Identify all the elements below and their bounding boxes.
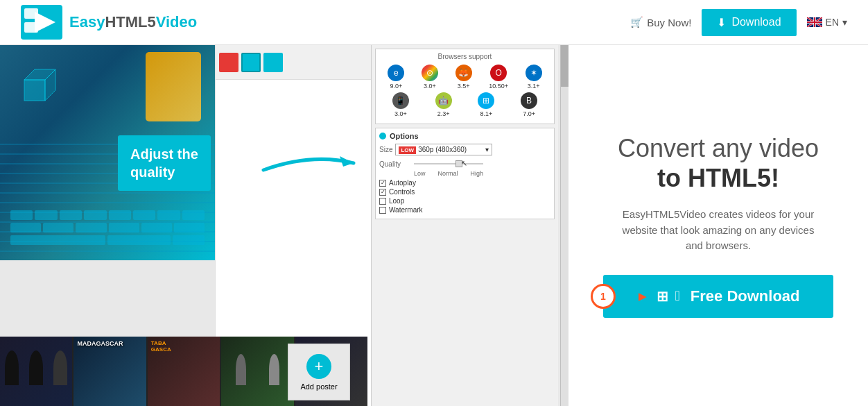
header-download-label: Download [731,16,781,28]
controls-label: Controls [389,188,415,196]
cart-icon: 🛒 [630,16,643,28]
watermark-label: Watermark [389,206,423,214]
free-download-label: Free Download [691,287,800,305]
browser-chrome: ⊙ 3.0+ [422,65,438,90]
svg-rect-3 [24,22,38,33]
badge-arrow-icon: ▶ [639,291,646,302]
svg-rect-2 [24,8,38,19]
browsers-row-1: e 9.0+ ⊙ 3.0+ 🦊 3.5+ O [379,65,550,90]
lang-chevron-icon: ▾ [842,17,847,28]
app-screenshot: Adjust the quality [0,45,568,406]
quality-slider[interactable]: ↖ [414,159,483,169]
logo-easy: Easy [69,13,105,31]
options-header: Options [379,132,550,140]
svg-rect-5 [24,80,45,101]
controls-checkbox[interactable]: ✓ [379,189,386,196]
browser-safari: ✶ 3.1+ [526,65,542,90]
add-poster-button[interactable]: + Add poster [288,344,350,400]
browser-android: 🤖 2.3+ [435,92,452,117]
options-label: Options [390,132,419,140]
badge-number: 1 [591,284,616,309]
size-select-row: Size LOW360p (480x360) ▾ [379,144,550,155]
options-section: Options Size LOW360p (480x360) ▾ Quality [375,128,555,219]
header: EasyHTML5Video 🛒 Buy Now! ⬇ Download EN … [0,0,868,45]
autoplay-checkbox[interactable]: ✓ [379,180,386,187]
autoplay-row: ✓ Autoplay [379,179,550,187]
quality-row: Quality ↖ [379,159,550,169]
buy-now-label: Buy Now! [647,17,691,28]
annotation-box: Adjust the quality [118,135,211,191]
marketing-heading: Convert any video to HTML5! [603,133,833,193]
film-frame-1 [0,337,72,406]
quality-label: Quality [379,160,414,168]
browser-ie: e 9.0+ [388,65,404,90]
scrollbar-thumb[interactable] [561,45,568,87]
cursor-icon: ↖ [461,159,467,168]
logo-icon [21,5,62,40]
loop-row: Loop [379,197,550,205]
browsers-row-2: 📱 3.0+ 🤖 2.3+ ⊞ 8.1+ B [379,92,550,117]
app-right-panel: Browsers support e 9.0+ ⊙ 3.0+ 🦊 3.5+ [371,45,558,406]
windows-icon: ⊞ [657,288,668,305]
autoplay-label: Autoplay [389,179,416,187]
browser-firefox: 🦊 3.5+ [455,65,472,90]
film-frame-4 [221,337,293,406]
size-dropdown[interactable]: LOW360p (480x360) ▾ [395,144,492,155]
browser-mobile: 📱 3.0+ [392,92,409,117]
flag-icon [807,17,822,27]
browser-bb: B 7.0+ [521,92,537,117]
quality-track [414,163,483,164]
dropdown-arrow: ▾ [485,146,489,153]
browser-windows: ⊞ 8.1+ [478,92,494,117]
controls-row: ✓ Controls [379,188,550,196]
browsers-title: Browsers support [379,53,550,60]
main-content: Adjust the quality [0,45,868,406]
add-poster-label: Add poster [300,382,337,391]
loop-checkbox[interactable] [379,198,386,205]
size-label: Size [379,146,392,153]
marketing-section: Convert any video to HTML5! EasyHTML5Vid… [568,45,868,406]
heading-line1: Convert any video [618,134,819,162]
watermark-row: Watermark [379,206,550,214]
film-label: MADAGASCAR [73,337,146,350]
film-frame-2: MADAGASCAR [73,337,146,406]
header-right: 🛒 Buy Now! ⬇ Download EN ▾ [630,9,847,36]
free-download-button[interactable]: 1 ▶ ⊞  Free Download [603,275,833,318]
browsers-support: Browsers support e 9.0+ ⊙ 3.0+ 🦊 3.5+ [375,49,555,124]
watermark-checkbox[interactable] [379,207,386,214]
marketing-description: EasyHTML5Video creates videos for your w… [603,207,833,254]
heading-line2: to HTML5! [657,164,779,192]
annotation-arrow [257,146,367,183]
quality-labels: Low Normal High [414,170,483,177]
annotation-line1: Adjust the [130,146,198,162]
logo-text: EasyHTML5Video [69,13,197,31]
film-frame-3: TABAGASCA [148,337,220,406]
buy-now-button[interactable]: 🛒 Buy Now! [630,16,691,28]
checkboxes-section: ✓ Autoplay ✓ Controls Loop [379,179,550,214]
cube-decoration [14,59,69,115]
annotation-line2: quality [130,164,175,180]
video-keys [7,209,208,246]
scrollbar[interactable] [560,45,568,406]
os-icons: ⊞  [657,288,680,305]
download-icon: ⬇ [717,16,726,29]
header-download-button[interactable]: ⬇ Download [702,9,796,36]
chips-decoration [146,52,201,121]
quality-low-label: Low [414,170,426,177]
loop-label: Loop [389,197,404,205]
logo-video: Video [156,13,198,31]
browser-opera: O 10.50+ [489,65,508,90]
quality-normal-label: Normal [437,170,458,177]
options-radio [379,133,386,139]
lang-label: EN [826,17,839,28]
quality-high-label: High [470,170,483,177]
logo-area: EasyHTML5Video [21,5,197,40]
screenshot-area: Adjust the quality [0,45,568,406]
language-selector[interactable]: EN ▾ [807,17,847,28]
logo-html5: HTML5 [105,13,155,31]
apple-icon:  [675,288,680,304]
add-poster-icon: + [306,354,331,379]
